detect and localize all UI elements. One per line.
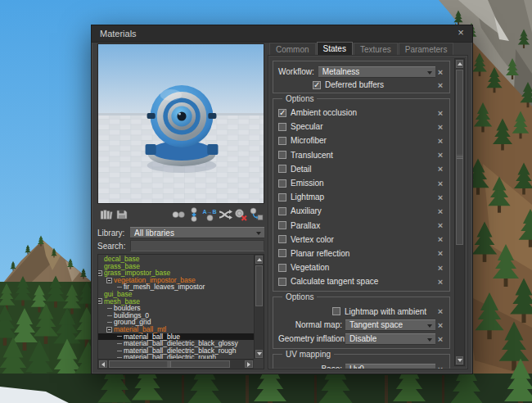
options-group: Options Ambient occlusion Specular Micro… bbox=[273, 98, 450, 292]
remove-state-icon[interactable] bbox=[435, 334, 445, 344]
option-checkbox[interactable] bbox=[278, 123, 286, 131]
collapse-icon[interactable] bbox=[106, 278, 112, 283]
library-dropdown[interactable]: All libraries bbox=[130, 227, 264, 238]
option-row: Microfiber bbox=[273, 134, 449, 147]
remove-state-icon[interactable] bbox=[435, 192, 445, 202]
remove-state-icon[interactable] bbox=[435, 220, 445, 230]
spheres-icon[interactable] bbox=[170, 206, 186, 224]
deferred-buffers-row: Deferred buffers bbox=[273, 79, 449, 91]
remove-state-icon[interactable] bbox=[435, 277, 445, 287]
tree-connector bbox=[107, 322, 112, 323]
scroll-down-button[interactable] bbox=[456, 356, 463, 365]
scroll-down-button[interactable] bbox=[255, 350, 263, 358]
option-row: Calculate tangent space bbox=[273, 274, 449, 288]
library-icon[interactable] bbox=[98, 206, 114, 224]
normal-map-dropdown[interactable]: Tangent space bbox=[345, 319, 435, 331]
import-material-icon[interactable] bbox=[186, 206, 201, 224]
scroll-thumb[interactable] bbox=[255, 265, 263, 306]
option-checkbox[interactable] bbox=[278, 249, 286, 257]
remove-state-icon[interactable] bbox=[435, 320, 445, 330]
uv-mapping-group: UV mapping Base: Uv0 Ambient occlusion: bbox=[273, 354, 450, 369]
remove-state-icon[interactable] bbox=[435, 136, 445, 146]
option-checkbox[interactable] bbox=[278, 264, 286, 272]
remove-state-icon[interactable] bbox=[435, 150, 445, 160]
tree-connector bbox=[117, 343, 122, 344]
chevron-down-icon bbox=[427, 338, 432, 342]
delete-material-icon[interactable] bbox=[232, 206, 248, 224]
deferred-buffers-checkbox[interactable] bbox=[313, 81, 321, 89]
option-row: Ambient occlusion bbox=[273, 106, 449, 120]
geometry-inflation-dropdown[interactable]: Disable bbox=[345, 333, 435, 345]
uv-base-dropdown[interactable]: Uv0 bbox=[345, 364, 435, 369]
window-title: Materials bbox=[100, 29, 137, 38]
tab-states[interactable]: States bbox=[317, 42, 353, 55]
normal-map-row: Normal map: Tangent space bbox=[273, 318, 449, 332]
tab-parameters[interactable]: Parameters bbox=[399, 43, 454, 55]
svg-text:A→B: A→B bbox=[202, 209, 216, 215]
workflow-label: Workflow: bbox=[278, 67, 314, 76]
option-checkbox[interactable] bbox=[278, 179, 286, 188]
tree-connector bbox=[117, 351, 122, 351]
option-checkbox[interactable] bbox=[278, 278, 286, 286]
remove-state-icon[interactable] bbox=[435, 206, 445, 216]
material-preview[interactable] bbox=[97, 43, 264, 204]
workflow-group: Workflow: Metalness Deferred buffers bbox=[273, 61, 450, 93]
editor-viewport: Materials bbox=[0, 0, 532, 403]
geometry-inflation-row: Geometry inflation: Disable bbox=[273, 332, 449, 346]
search-input[interactable] bbox=[130, 240, 264, 251]
group-title: Options bbox=[282, 292, 317, 301]
scroll-up-button[interactable] bbox=[255, 256, 263, 264]
lightmap-with-ambient-row: Lightmap with ambient bbox=[273, 305, 449, 318]
remove-state-icon[interactable] bbox=[435, 67, 445, 77]
chevron-down-icon bbox=[427, 324, 432, 328]
save-icon[interactable] bbox=[114, 206, 129, 224]
scroll-up-button[interactable] bbox=[456, 60, 463, 68]
option-checkbox[interactable] bbox=[278, 221, 286, 229]
chevron-down-icon bbox=[256, 232, 261, 235]
option-row: Specular bbox=[273, 120, 449, 134]
collapse-icon[interactable] bbox=[98, 298, 102, 304]
option-checkbox[interactable] bbox=[278, 165, 286, 173]
option-checkbox[interactable] bbox=[278, 109, 286, 117]
scroll-thumb[interactable] bbox=[109, 360, 230, 368]
remove-state-icon[interactable] bbox=[435, 306, 445, 316]
search-row: Search: bbox=[97, 240, 264, 251]
remove-state-icon[interactable] bbox=[435, 263, 445, 273]
properties-scrollbar[interactable] bbox=[454, 58, 465, 366]
remove-state-icon[interactable] bbox=[435, 365, 445, 369]
remove-state-icon[interactable] bbox=[435, 108, 445, 118]
remove-state-icon[interactable] bbox=[435, 234, 445, 244]
chevron-down-icon bbox=[427, 71, 432, 75]
tree-horizontal-scrollbar[interactable] bbox=[98, 359, 254, 369]
scroll-right-button[interactable] bbox=[245, 360, 253, 368]
export-material-icon[interactable] bbox=[248, 206, 264, 224]
scroll-left-button[interactable] bbox=[99, 360, 107, 368]
collapse-icon[interactable] bbox=[98, 270, 102, 276]
tab-common[interactable]: Common bbox=[269, 43, 316, 55]
option-checkbox[interactable] bbox=[278, 137, 286, 145]
remove-state-icon[interactable] bbox=[435, 248, 445, 258]
remove-state-icon[interactable] bbox=[435, 179, 445, 188]
option-checkbox[interactable] bbox=[278, 235, 286, 243]
window-titlebar[interactable]: Materials bbox=[92, 25, 472, 43]
tree-vertical-scrollbar[interactable] bbox=[254, 255, 264, 359]
option-row: Vertex color bbox=[273, 233, 449, 247]
tab-textures[interactable]: Textures bbox=[354, 43, 398, 55]
search-label: Search: bbox=[97, 242, 130, 251]
remove-state-icon[interactable] bbox=[435, 164, 445, 174]
scroll-thumb[interactable] bbox=[456, 70, 463, 245]
option-row: Detail bbox=[273, 162, 449, 176]
shuffle-icon[interactable] bbox=[217, 206, 232, 224]
option-checkbox[interactable] bbox=[278, 193, 286, 202]
remove-state-icon[interactable] bbox=[435, 122, 445, 132]
option-checkbox[interactable] bbox=[278, 207, 286, 215]
lightmap-with-ambient-checkbox[interactable] bbox=[332, 307, 340, 315]
materials-window: Materials bbox=[91, 25, 473, 374]
remove-state-icon[interactable] bbox=[435, 80, 445, 90]
workflow-dropdown[interactable]: Metalness bbox=[318, 66, 435, 78]
option-checkbox[interactable] bbox=[278, 151, 286, 159]
close-icon[interactable] bbox=[454, 27, 467, 39]
collapse-icon[interactable] bbox=[106, 327, 112, 333]
a-to-b-icon[interactable]: A→B bbox=[201, 206, 217, 224]
tree-viewport[interactable]: decal_base grass_base grass_impostor_bas… bbox=[98, 255, 254, 359]
